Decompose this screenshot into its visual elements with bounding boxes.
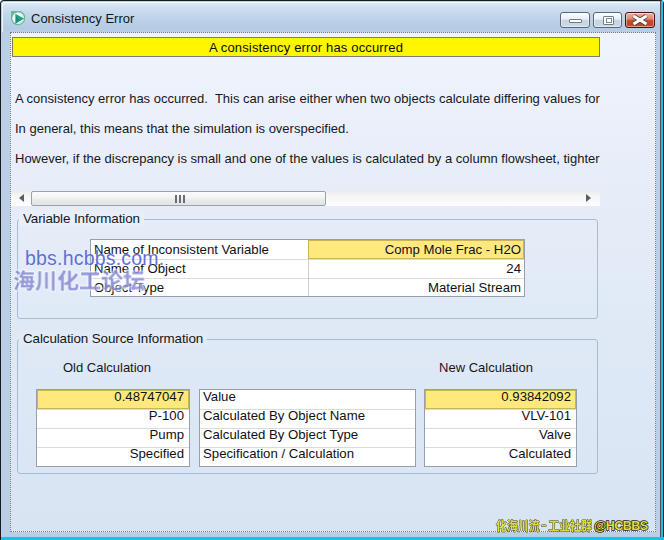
svg-text:@HCBBS: @HCBBS <box>594 519 648 533</box>
